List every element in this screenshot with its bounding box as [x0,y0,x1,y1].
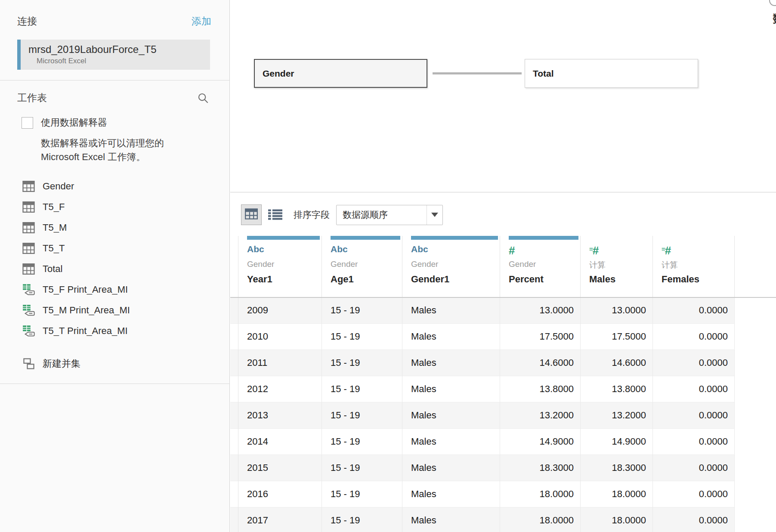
sheet-item-T5_T[interactable]: T5_T [0,238,230,259]
cell-year1-row4: 2013 [238,402,322,429]
canvas-table-total[interactable]: Total [525,59,698,88]
connection-card[interactable]: mrsd_2019LabourForce_T5 Microsoft Excel [17,40,210,70]
cell-females-row2: 0.0000 [653,350,735,376]
string-type-icon: Abc [411,244,500,257]
chevron-down-icon [431,213,438,217]
cell-females-row1: 0.0000 [653,324,735,350]
column-highlight-bar [662,236,733,240]
column-header-Females[interactable]: =#计算Females [653,236,735,297]
cell-gender1-row3: Males [402,376,500,402]
cell-age1-row4: 15 - 19 [322,402,402,429]
cell-year1-row7: 2016 [238,481,322,507]
canvas-table-gender[interactable]: Gender [254,59,427,88]
column-role-label: Gender [509,260,580,270]
sheet-item-label: Gender [43,181,74,192]
cell-age1-row1: 15 - 19 [322,324,402,350]
cell-males-row1: 17.5000 [581,324,653,350]
cell-year1-row5: 2014 [238,429,322,455]
sheet-item-label: T5_T [43,243,65,254]
left-sidebar: 连接 添加 mrsd_2019LabourForce_T5 Microsoft … [0,0,230,532]
column-header-Year1[interactable]: AbcGenderYear1 [238,236,322,297]
metadata-view-button[interactable] [266,204,284,225]
sheet-item-T5_F-Print_Area_MI[interactable]: T5_F Print_Area_MI [0,279,230,300]
sheet-item-T5_M-Print_Area_MI[interactable]: T5_M Print_Area_MI [0,300,230,321]
cell-percent-row8: 18.0000 [500,507,581,532]
new-union-button[interactable]: 新建并集 [0,353,230,374]
data-interpreter-checkbox[interactable] [22,117,33,129]
row-gutter [230,429,238,455]
sheet-item-label: T5_F Print_Area_MI [43,284,128,295]
sheet-item-label: T5_M Print_Area_MI [43,305,130,316]
sheet-item-label: T5_F [43,201,65,213]
column-highlight-bar [589,236,651,240]
sheet-item-label: T5_M [43,222,67,233]
cell-males-row2: 14.6000 [581,350,653,376]
add-connection-link[interactable]: 添加 [192,15,211,28]
row-gutter [230,507,238,532]
connection-name: mrsd_2019LabourForce_T5 [28,43,157,56]
column-role-label: Gender [331,260,402,270]
cell-gender1-row2: Males [402,350,500,376]
column-field-name: Males [589,274,652,285]
column-field-name: Percent [509,274,580,285]
clipped-panel-text: 数 [773,11,776,26]
row-gutter [230,376,238,402]
sheet-icon [22,243,36,254]
sheet-item-T5_T-Print_Area_MI[interactable]: T5_T Print_Area_MI [0,321,230,341]
join-canvas: Gender Total 数 [230,0,776,192]
cell-age1-row2: 15 - 19 [322,350,402,376]
data-interpreter-hint: 数据解释器或许可以清理您的 Microsoft Excel 工作簿。 [41,136,200,164]
grid-toolbar: 排序字段 数据源顺序 [241,204,443,225]
named-range-icon [22,325,36,337]
cell-percent-row5: 14.9000 [500,429,581,455]
sheets-header: 工作表 [17,91,209,105]
cell-percent-row3: 13.8000 [500,376,581,402]
cell-age1-row8: 15 - 19 [322,507,402,532]
column-field-name: Gender1 [411,274,500,285]
cell-percent-row2: 14.6000 [500,350,581,376]
row-gutter [230,402,238,429]
cell-females-row0: 0.0000 [653,297,735,324]
sidebar-divider-bottom [0,384,230,384]
search-icon[interactable] [198,93,209,104]
cell-gender1-row6: Males [402,455,500,481]
clipped-circle-icon [769,0,776,6]
sheet-item-Gender[interactable]: Gender [0,176,230,197]
cell-age1-row3: 15 - 19 [322,376,402,402]
sheet-item-T5_M[interactable]: T5_M [0,217,230,238]
cell-percent-row4: 13.2000 [500,402,581,429]
cell-age1-row0: 15 - 19 [322,297,402,324]
column-highlight-bar [411,236,498,240]
cell-gender1-row8: Males [402,507,500,532]
grid-view-button[interactable] [241,204,262,225]
named-range-icon [22,284,36,296]
cell-year1-row0: 2009 [238,297,322,324]
sheet-item-Total[interactable]: Total [0,259,230,279]
column-header-Age1[interactable]: AbcGenderAge1 [322,236,402,297]
column-role-label: 计算 [589,260,652,270]
row-gutter [230,481,238,507]
union-icon [22,357,36,370]
cell-males-row4: 13.2000 [581,402,653,429]
row-gutter [230,455,238,481]
cell-percent-row1: 17.5000 [500,324,581,350]
column-highlight-bar [509,236,578,240]
cell-males-row8: 18.0000 [581,507,653,532]
cell-females-row8: 0.0000 [653,507,735,532]
column-field-name: Age1 [331,274,402,285]
column-header-Males[interactable]: =#计算Males [581,236,653,297]
canvas-table-gender-label: Gender [263,68,294,79]
sort-order-dropdown[interactable]: 数据源顺序 [336,205,443,225]
column-header-Percent[interactable]: #GenderPercent [500,236,581,297]
cell-gender1-row0: Males [402,297,500,324]
row-gutter [230,297,238,324]
data-interpreter-row: 使用数据解释器 [22,116,107,129]
sheet-item-T5_F[interactable]: T5_F [0,197,230,217]
sheet-icon [22,181,36,192]
column-header-Gender1[interactable]: AbcGenderGender1 [402,236,500,297]
sheet-icon [22,222,36,233]
cell-year1-row6: 2015 [238,455,322,481]
cell-males-row6: 18.3000 [581,455,653,481]
cell-year1-row3: 2012 [238,376,322,402]
cell-age1-row7: 15 - 19 [322,481,402,507]
